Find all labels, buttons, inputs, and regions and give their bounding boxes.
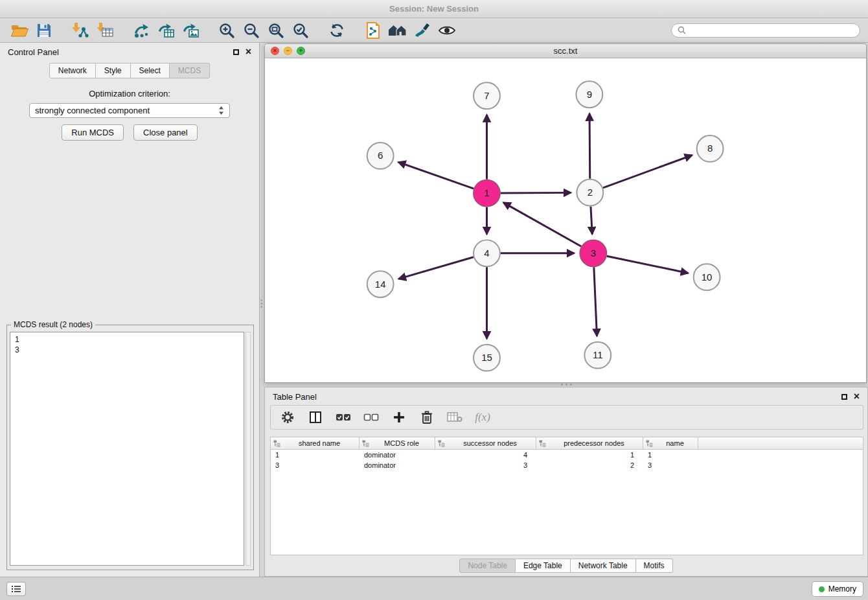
table-cell: 4 xyxy=(435,451,536,459)
function-builder-button[interactable]: f(x) xyxy=(474,408,492,426)
open-session-button[interactable] xyxy=(8,20,31,41)
table-settings-button[interactable] xyxy=(279,408,297,426)
tab-style[interactable]: Style xyxy=(96,63,131,78)
table-cell: 2 xyxy=(536,461,643,469)
delete-column-button[interactable] xyxy=(418,408,436,426)
show-panels-button[interactable] xyxy=(6,582,26,596)
node-7[interactable]: 7 xyxy=(474,82,500,109)
mcds-result-list[interactable]: 13 xyxy=(10,332,244,566)
refresh-button[interactable] xyxy=(325,20,348,41)
svg-text:1: 1 xyxy=(484,187,489,198)
eye-icon xyxy=(438,23,456,38)
edge-2-9[interactable] xyxy=(589,113,590,179)
tab-node-table[interactable]: Node Table xyxy=(459,559,516,573)
close-panel-button[interactable]: Close panel xyxy=(133,124,198,141)
deselect-all-icon xyxy=(363,413,379,422)
table-row[interactable]: 3dominator323 xyxy=(271,460,863,470)
import-table-button[interactable] xyxy=(93,20,117,41)
first-neighbors-button[interactable] xyxy=(386,20,409,41)
close-panel-icon[interactable]: × xyxy=(246,47,251,57)
edge-3-10[interactable] xyxy=(607,256,689,273)
network-window-title: scc.txt xyxy=(265,46,866,56)
show-columns-button[interactable] xyxy=(306,408,325,426)
node-11[interactable]: 11 xyxy=(584,342,611,369)
tab-mcds[interactable]: MCDS xyxy=(170,63,210,78)
zoom-selected-button[interactable] xyxy=(289,20,312,41)
network-window-titlebar[interactable]: × − + scc.txt xyxy=(265,44,866,58)
float-panel-icon[interactable] xyxy=(841,394,847,400)
node-15[interactable]: 15 xyxy=(474,345,500,371)
network-canvas[interactable]: 7968124314101511 xyxy=(265,58,866,382)
node-4[interactable]: 4 xyxy=(474,240,500,266)
column-header-name[interactable]: name xyxy=(643,437,698,449)
node-8[interactable]: 8 xyxy=(697,135,724,162)
zoom-out-button[interactable] xyxy=(240,20,263,41)
select-all-icon xyxy=(336,413,351,422)
zoom-out-icon xyxy=(243,22,260,39)
export-table-button[interactable] xyxy=(154,20,177,41)
new-network-button[interactable] xyxy=(130,20,153,41)
node-6[interactable]: 6 xyxy=(367,143,394,169)
delete-table-button[interactable] xyxy=(446,408,464,426)
node-2[interactable]: 2 xyxy=(577,179,603,206)
edge-1-6[interactable] xyxy=(398,162,474,189)
vertical-splitter[interactable] xyxy=(260,43,264,577)
edge-3-1[interactable] xyxy=(503,203,581,247)
table-panel-header: Table Panel × xyxy=(265,387,867,406)
edge-2-8[interactable] xyxy=(603,156,692,188)
edge-3-11[interactable] xyxy=(594,267,597,336)
minimize-window-icon[interactable]: − xyxy=(284,47,292,55)
zoom-window-icon[interactable]: + xyxy=(297,47,305,55)
node-1[interactable]: 1 xyxy=(474,180,500,207)
optimization-select[interactable]: strongly connected component xyxy=(29,103,230,118)
zoom-in-button[interactable] xyxy=(215,20,238,41)
svg-text:7: 7 xyxy=(484,90,489,101)
node-9[interactable]: 9 xyxy=(576,81,602,108)
select-all-columns-button[interactable] xyxy=(334,408,352,426)
control-panel: Control Panel × NetworkStyleSelectMCDS O… xyxy=(0,43,260,577)
create-column-button[interactable] xyxy=(390,408,408,426)
close-panel-icon[interactable]: × xyxy=(854,391,860,402)
column-header-mcds-role[interactable]: MCDS role xyxy=(360,437,435,449)
paintbrush-icon xyxy=(414,23,431,38)
node-14[interactable]: 14 xyxy=(367,271,394,297)
import-network-icon xyxy=(72,22,89,39)
import-network-button[interactable] xyxy=(69,20,92,41)
close-window-icon[interactable]: × xyxy=(271,47,279,55)
optimization-select-value: strongly connected component xyxy=(35,106,150,115)
column-header-predecessor-nodes[interactable]: predecessor nodes xyxy=(536,437,643,449)
sort-icon xyxy=(646,440,653,447)
column-header-successor-nodes[interactable]: successor nodes xyxy=(435,437,536,449)
run-mcds-button[interactable]: Run MCDS xyxy=(62,124,124,141)
node-10[interactable]: 10 xyxy=(694,264,720,290)
network-document-button[interactable] xyxy=(361,20,385,41)
zoom-fit-button[interactable] xyxy=(264,20,288,41)
result-scrollbar[interactable] xyxy=(246,332,251,566)
table-cell: 3 xyxy=(271,461,360,469)
column-header-shared-name[interactable]: shared name xyxy=(271,437,360,449)
window-titlebar[interactable]: Session: New Session xyxy=(0,0,868,18)
search-input[interactable] xyxy=(690,26,854,35)
table-row[interactable]: 1dominator411 xyxy=(271,450,863,460)
show-hide-button[interactable] xyxy=(435,20,459,41)
tab-select[interactable]: Select xyxy=(131,63,170,78)
network-arrow-icon xyxy=(133,22,150,39)
apply-style-button[interactable] xyxy=(411,20,434,41)
edge-4-14[interactable] xyxy=(398,257,474,279)
network-graph: 7968124314101511 xyxy=(265,58,866,382)
save-session-button[interactable] xyxy=(32,20,56,41)
edge-2-3[interactable] xyxy=(591,207,592,235)
memory-button[interactable]: Memory xyxy=(812,581,863,597)
tab-network-table[interactable]: Network Table xyxy=(571,559,636,573)
gear-icon xyxy=(280,410,295,424)
export-image-button[interactable] xyxy=(179,20,202,41)
tab-edge-table[interactable]: Edge Table xyxy=(516,559,571,573)
edge-1-2[interactable] xyxy=(501,192,571,193)
tab-network[interactable]: Network xyxy=(49,63,96,78)
node-3[interactable]: 3 xyxy=(580,240,606,266)
sort-icon xyxy=(438,440,445,447)
table-cell: 1 xyxy=(643,451,698,459)
deselect-all-columns-button[interactable] xyxy=(362,408,380,426)
float-panel-icon[interactable] xyxy=(233,49,239,55)
tab-motifs[interactable]: Motifs xyxy=(636,559,673,573)
